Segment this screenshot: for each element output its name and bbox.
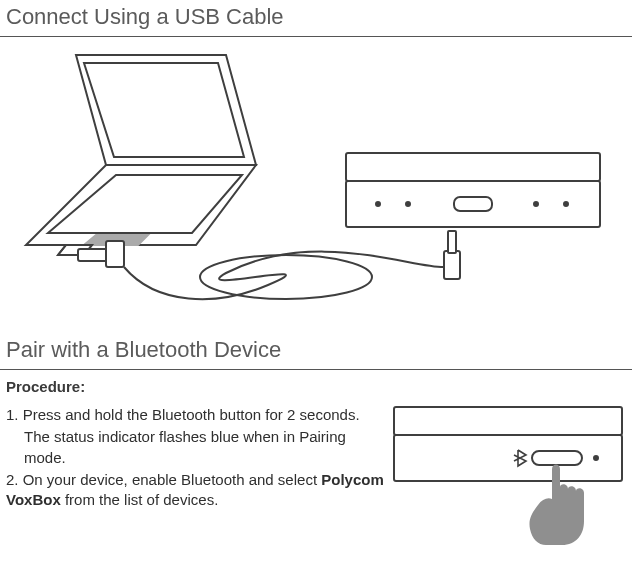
bluetooth-press-diagram-icon: [392, 405, 626, 545]
step-2-text-a: On your device, enable Bluetooth and sel…: [23, 471, 322, 488]
procedure-steps: 1. Press and hold the Bluetooth button f…: [6, 405, 384, 545]
svg-rect-8: [346, 153, 600, 181]
svg-rect-10: [454, 197, 492, 211]
svg-rect-20: [394, 407, 622, 435]
svg-point-23: [594, 456, 598, 460]
hand-press-icon: [529, 465, 584, 546]
section-title-usb: Connect Using a USB Cable: [0, 0, 632, 37]
step-1-note: The status indicator flashes blue when i…: [24, 427, 384, 468]
step-2-number: 2.: [6, 471, 19, 488]
step-2-text-b: from the list of devices.: [61, 491, 219, 508]
svg-point-14: [564, 202, 568, 206]
step-1-text: Press and hold the Bluetooth button for …: [23, 406, 360, 423]
svg-marker-0: [76, 55, 256, 165]
step-1: 1. Press and hold the Bluetooth button f…: [6, 405, 384, 468]
svg-marker-1: [84, 63, 244, 157]
svg-rect-21: [394, 435, 622, 481]
svg-rect-19: [448, 231, 456, 253]
svg-point-11: [376, 202, 380, 206]
section-title-bluetooth: Pair with a Bluetooth Device: [0, 333, 632, 370]
svg-rect-22: [532, 451, 582, 465]
svg-rect-16: [106, 241, 124, 267]
svg-point-13: [534, 202, 538, 206]
usb-connection-diagram-icon: [6, 45, 626, 313]
figure-bluetooth-press: [392, 405, 626, 545]
svg-point-12: [406, 202, 410, 206]
procedure-label: Procedure:: [0, 378, 632, 405]
step-1-number: 1.: [6, 406, 19, 423]
step-2: 2. On your device, enable Bluetooth and …: [6, 470, 384, 511]
svg-rect-9: [346, 181, 600, 227]
svg-rect-18: [444, 251, 460, 279]
svg-rect-15: [78, 249, 108, 261]
svg-marker-3: [48, 175, 242, 233]
figure-usb-connection: [6, 45, 626, 313]
